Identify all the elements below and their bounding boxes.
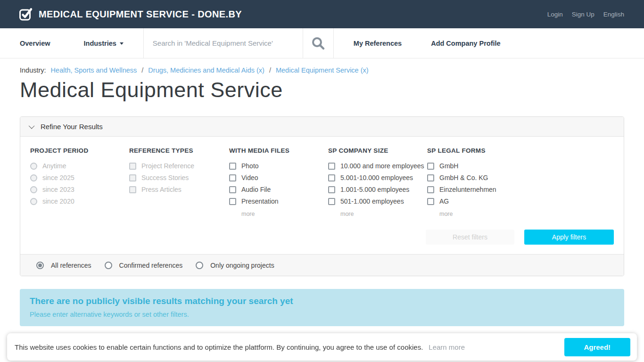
search-input[interactable] (153, 39, 303, 47)
filter-group-title: PROJECT PERIOD (30, 147, 129, 154)
nav-industries-dropdown[interactable]: Industries (84, 28, 124, 58)
login-link[interactable]: Login (547, 11, 563, 18)
refine-results-toggle[interactable]: Refine Your Results (20, 117, 624, 137)
filter-option-label: since 2023 (42, 186, 74, 193)
refine-results-title: Refine Your Results (41, 123, 103, 131)
checkbox-control[interactable] (427, 174, 434, 181)
checkbox-check-icon (19, 7, 33, 21)
filter-option-label: Anytime (42, 162, 66, 170)
checkbox-control[interactable] (427, 186, 434, 193)
cookie-message: This website uses cookies to enable cert… (15, 343, 423, 351)
checkbox-control[interactable] (328, 163, 335, 170)
radio-control[interactable] (30, 163, 37, 170)
radio-control[interactable] (30, 186, 37, 193)
radio-control[interactable] (105, 262, 112, 269)
apply-filters-button[interactable]: Apply filters (524, 230, 614, 245)
filter-option[interactable]: Press Articles (129, 186, 229, 193)
caret-down-icon (120, 42, 124, 45)
filters-body: PROJECT PERIOD Anytime since 2025 since … (20, 137, 624, 254)
checkbox-control[interactable] (229, 163, 236, 170)
app-header: MEDICAL EQUIPMENT SERVICE - DONE.BY Logi… (0, 0, 644, 28)
nav-my-references[interactable]: My References (354, 28, 402, 58)
breadcrumb-separator: / (141, 66, 143, 74)
nav-industries-label: Industries (84, 40, 116, 47)
brand[interactable]: MEDICAL EQUIPMENT SERVICE - DONE.BY (19, 7, 242, 21)
page-title: Medical Equipment Service (20, 78, 624, 102)
checkbox-control[interactable] (328, 198, 335, 205)
filter-option-label: Video (241, 174, 258, 181)
radio-control[interactable] (196, 262, 203, 269)
breadcrumb-item-medical-equipment[interactable]: Medical Equipment Service (x) (276, 66, 369, 74)
filter-option[interactable]: 5.001-10.000 employees (328, 174, 427, 181)
filter-option[interactable]: since 2020 (30, 197, 129, 205)
checkbox-control[interactable] (129, 163, 136, 170)
filter-option[interactable]: Success Stories (129, 174, 229, 181)
checkbox-control[interactable] (328, 186, 335, 193)
brand-title: MEDICAL EQUIPMENT SERVICE - DONE.BY (39, 9, 242, 20)
chevron-down-icon (29, 123, 35, 129)
filter-option[interactable]: 501-1.000 employees (328, 197, 427, 205)
filter-option[interactable]: GmbH (427, 162, 614, 170)
filter-option[interactable]: Anytime (30, 162, 129, 170)
filter-option[interactable]: Audio File (229, 186, 328, 193)
breadcrumb-item-drugs[interactable]: Drugs, Medicines and Medical Aids (x) (148, 66, 264, 74)
filter-option-label: Photo (241, 162, 259, 170)
breadcrumb-separator: / (269, 66, 271, 74)
learn-more-link[interactable]: Learn more (429, 343, 465, 351)
filter-option-label: GmbH (439, 162, 458, 170)
filter-option-label: since 2025 (42, 174, 74, 181)
reset-filters-button[interactable]: Reset filters (426, 230, 514, 245)
checkbox-control[interactable] (229, 174, 236, 181)
more-link[interactable]: more (241, 211, 255, 217)
filter-option[interactable]: AG (427, 197, 614, 205)
scope-only-ongoing-projects[interactable]: Only ongoing projects (196, 262, 274, 269)
filter-group-title: WITH MEDIA FILES (229, 147, 328, 154)
filter-option-label: AG (439, 197, 449, 205)
filter-option[interactable]: Video (229, 174, 328, 181)
filter-group-legal-forms: SP LEGAL FORMS GmbH GmbH & Co. KG Einzel… (427, 147, 614, 218)
filter-actions: Reset filters Apply filters (30, 230, 614, 245)
checkbox-control[interactable] (229, 198, 236, 205)
filter-group-company-size: SP COMPANY SIZE 10.000 and more employee… (328, 147, 427, 218)
filter-option-label: Project Reference (141, 162, 194, 170)
filter-option-label: since 2020 (42, 197, 74, 205)
refine-results-panel: Refine Your Results PROJECT PERIOD Anyti… (20, 116, 624, 276)
scope-all-references[interactable]: All references (36, 262, 91, 269)
language-link[interactable]: English (603, 11, 624, 18)
checkbox-control[interactable] (129, 186, 136, 193)
checkbox-control[interactable] (229, 186, 236, 193)
filter-option[interactable]: Photo (229, 162, 328, 170)
filter-option[interactable]: 1.001-5.000 employees (328, 186, 427, 193)
checkbox-control[interactable] (328, 174, 335, 181)
radio-control[interactable] (36, 262, 44, 269)
search-icon (311, 36, 326, 51)
filter-group-title: REFERENCE TYPES (129, 147, 229, 154)
radio-control[interactable] (30, 174, 37, 181)
no-results-subtitle: Please enter alternative keywords or set… (30, 311, 614, 318)
filter-option[interactable]: GmbH & Co. KG (427, 174, 614, 181)
nav-divider (333, 28, 334, 58)
filter-option[interactable]: 10.000 and more employees (328, 162, 427, 170)
breadcrumb-item-health[interactable]: Health, Sports and Wellness (51, 66, 137, 74)
filter-option[interactable]: Project Reference (129, 162, 229, 170)
more-link[interactable]: more (439, 211, 453, 217)
nav-add-company-profile[interactable]: Add Company Profile (431, 28, 500, 58)
checkbox-control[interactable] (427, 163, 434, 170)
filter-option[interactable]: since 2025 (30, 174, 129, 181)
more-link[interactable]: more (340, 211, 354, 217)
checkbox-control[interactable] (427, 198, 434, 205)
filter-option[interactable]: Presentation (229, 197, 328, 205)
filter-option-label: 5.001-10.000 employees (340, 174, 413, 181)
agree-button[interactable]: Agreed! (564, 338, 630, 356)
nav-overview[interactable]: Overview (20, 28, 50, 58)
radio-control[interactable] (30, 198, 37, 205)
filter-option[interactable]: since 2023 (30, 186, 129, 193)
scope-confirmed-references[interactable]: Confirmed references (105, 262, 183, 269)
filter-option-label: Einzelunternehmen (439, 186, 496, 193)
filter-option[interactable]: Einzelunternehmen (427, 186, 614, 193)
search-button[interactable] (303, 28, 333, 58)
checkbox-control[interactable] (129, 174, 136, 181)
filter-group-reference-types: REFERENCE TYPES Project Reference Succes… (129, 147, 229, 218)
filter-option-label: 1.001-5.000 employees (340, 186, 409, 193)
signup-link[interactable]: Sign Up (572, 11, 594, 18)
